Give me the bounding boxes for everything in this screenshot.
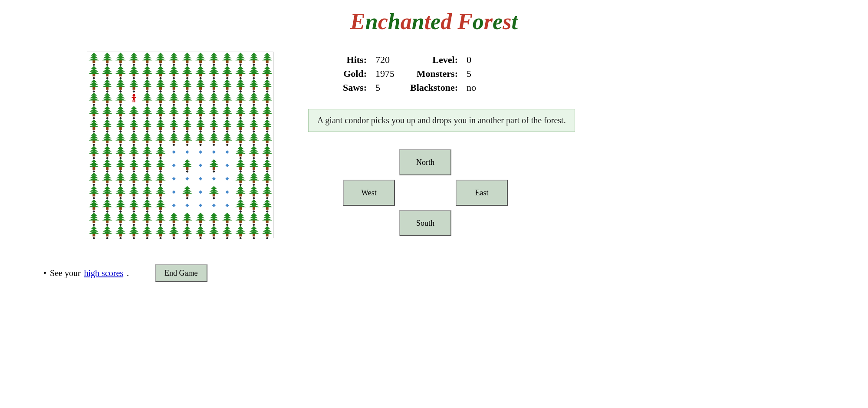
level-value: 0: [467, 54, 493, 66]
east-button[interactable]: East: [456, 180, 508, 206]
gold-label: Gold:: [343, 68, 367, 79]
bullet-icon: •: [43, 268, 46, 278]
page-title-container: Enchanted Forest: [0, 0, 868, 47]
stats-row-2: Gold: 1975 Monsters: 5: [343, 68, 493, 79]
north-button[interactable]: North: [399, 149, 451, 175]
footer-prefix: See your: [50, 268, 81, 278]
saws-label: Saws:: [343, 82, 367, 93]
gold-value: 1975: [375, 68, 401, 79]
saws-value: 5: [375, 82, 401, 93]
page-title: Enchanted Forest: [0, 9, 868, 34]
south-button[interactable]: South: [399, 210, 451, 236]
level-label: Level:: [410, 54, 458, 66]
stats-row-3: Saws: 5 Blackstone: no: [343, 82, 493, 93]
blackstone-value: no: [467, 82, 493, 93]
forest-canvas: [87, 52, 274, 239]
monsters-label: Monsters:: [410, 68, 458, 79]
hits-label: Hits:: [343, 54, 367, 66]
main-layout: Hits: 720 Level: 0 Gold: 1975 Monsters: …: [0, 47, 868, 238]
end-game-button[interactable]: End Game: [155, 264, 207, 282]
hits-value: 720: [375, 54, 401, 66]
high-scores-link[interactable]: high scores: [84, 268, 124, 278]
direction-pad: North West East South: [343, 149, 508, 236]
footer: • See your high scores . End Game: [0, 238, 868, 291]
message-text: A giant condor picks you up and drops yo…: [317, 115, 566, 125]
footer-period: .: [127, 268, 129, 278]
stats-row-1: Hits: 720 Level: 0: [343, 54, 493, 66]
west-button[interactable]: West: [343, 180, 395, 206]
monsters-value: 5: [467, 68, 493, 79]
stats-panel: Hits: 720 Level: 0 Gold: 1975 Monsters: …: [334, 52, 501, 96]
stats-table: Hits: 720 Level: 0 Gold: 1975 Monsters: …: [334, 52, 501, 96]
blackstone-label: Blackstone:: [410, 82, 458, 93]
forest-grid: [87, 52, 273, 238]
high-scores-section: • See your high scores .: [43, 268, 129, 278]
message-box: A giant condor picks you up and drops yo…: [308, 109, 575, 132]
right-panel: Hits: 720 Level: 0 Gold: 1975 Monsters: …: [308, 47, 612, 236]
